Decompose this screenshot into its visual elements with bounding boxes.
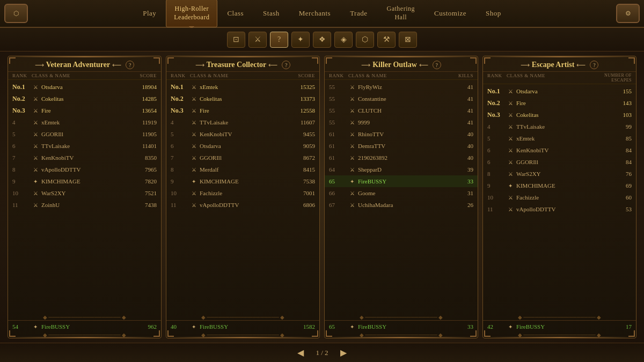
- bottom-separator: ◆ ─────────────────── ◆: [8, 333, 161, 338]
- bottom-rank: 65: [329, 323, 348, 330]
- player-cell: ⚔xEmtek: [507, 135, 594, 142]
- filter-hex[interactable]: ◈: [334, 32, 353, 48]
- treasure-deco-left: ⟶: [195, 61, 204, 69]
- rank: No.2: [487, 99, 507, 107]
- nav-high-roller[interactable]: High-RollerLeaderboard: [166, 0, 217, 27]
- filter-diamond[interactable]: ❖: [313, 32, 331, 48]
- veteran-header: ⟶ Veteran Adventurer ⟵ ?: [8, 56, 161, 72]
- class-icon: ✦: [32, 323, 39, 330]
- table-row: 5 ⚔xEmtek 85: [483, 132, 636, 144]
- player-name: Cokelitas: [200, 95, 222, 102]
- filter-hexagon[interactable]: ⬡: [356, 32, 374, 48]
- player-name: FireBUSSY: [41, 323, 70, 330]
- rank: 9: [12, 178, 32, 184]
- prev-page-button[interactable]: ◀: [294, 346, 307, 359]
- treasure-header: ⟶ Treasure Collector ⟵ ?: [166, 56, 319, 72]
- player-name: FireBUSSY: [200, 323, 228, 330]
- killer-help-icon[interactable]: ?: [433, 61, 441, 69]
- player-name: WarS2XY: [516, 171, 541, 177]
- score: 11919: [125, 119, 157, 125]
- escape-panel: ⟶ Escape Artist ⟵ ? Rank Class & Name Nu…: [482, 56, 636, 338]
- nav-class[interactable]: Class: [217, 0, 253, 27]
- bottom-score: 1582: [283, 323, 315, 330]
- player-name: KenKnobiTV: [200, 131, 232, 137]
- filter-all[interactable]: ⊡: [227, 32, 245, 48]
- page-current: 1: [316, 349, 319, 357]
- rank: No.2: [12, 95, 32, 103]
- rank: 9: [487, 182, 507, 189]
- class-icon: ⚔: [32, 154, 39, 161]
- score: 8672: [283, 154, 315, 161]
- table-row: No.1 ⚔Otsdarva 18904: [8, 81, 161, 93]
- player-name: WarS2XY: [41, 190, 66, 196]
- veteran-deco-left: ⟶: [35, 61, 44, 69]
- player-name: GGORIll: [41, 131, 63, 137]
- filter-tools[interactable]: ⚒: [377, 32, 396, 48]
- nav-left-corner-btn[interactable]: ⬡: [4, 4, 28, 23]
- table-row: 5 ⚔GGORIll 11905: [8, 128, 161, 140]
- score: 53: [594, 206, 632, 212]
- rank: 5: [487, 135, 507, 142]
- filter-box[interactable]: ⊠: [399, 32, 417, 48]
- rank: 55: [329, 84, 348, 90]
- rank: 6: [171, 143, 190, 149]
- player-cell: ⚔2190263892: [348, 154, 452, 161]
- treasure-col-score: Score: [283, 73, 315, 78]
- score: 85: [594, 135, 632, 142]
- treasure-help-icon[interactable]: ?: [282, 61, 290, 69]
- player-name: Merdalf: [200, 166, 218, 173]
- score: 41: [452, 84, 473, 90]
- nav-right-corner-btn[interactable]: ⚙: [616, 4, 640, 23]
- score: 8350: [125, 154, 157, 161]
- player-cell: ⚔UchihaMadara: [348, 201, 452, 209]
- player-cell: ⚔Fachizzle: [190, 189, 283, 197]
- nav-customize[interactable]: Customize: [425, 0, 476, 27]
- filter-star1[interactable]: ✦: [291, 32, 310, 48]
- next-page-button[interactable]: ▶: [337, 346, 350, 359]
- player-cell: ⚔KenKnobiTV: [190, 130, 283, 138]
- page-total: 2: [325, 349, 328, 357]
- player-cell: ⚔CLUTCH: [348, 107, 452, 114]
- score: 76: [594, 171, 632, 177]
- killer-bottom: 65 ✦FireBUSSY 33: [325, 320, 478, 333]
- escape-header: ⟶ Escape Artist ⟵ ?: [483, 56, 636, 72]
- pagination: ◀ 1 / 2 ▶: [0, 343, 644, 362]
- nav-stash[interactable]: Stash: [253, 0, 289, 27]
- table-row: 55 ⚔Constantine 41: [325, 93, 478, 105]
- player-cell: ⚔RhinoTTV: [348, 130, 452, 138]
- class-icon: ⚔: [507, 111, 514, 119]
- veteran-help-icon[interactable]: ?: [126, 61, 134, 69]
- table-row: 67 ⚔UchihaMadara 26: [325, 199, 478, 211]
- table-row: 61 ⚔2190263892 40: [325, 152, 478, 164]
- score: 41: [452, 119, 473, 125]
- class-icon: ⚔: [348, 95, 356, 102]
- player-cell: ⚔GGORIll: [32, 130, 125, 138]
- nav-gathering-hall[interactable]: GatheringHall: [377, 0, 425, 27]
- nav-play[interactable]: Play: [133, 0, 166, 27]
- rank: 8: [171, 166, 190, 173]
- nav-shop[interactable]: Shop: [476, 0, 511, 27]
- veteran-col-player: Class & Name: [32, 73, 125, 78]
- class-icon: ⚔: [190, 154, 197, 161]
- nav-merchants[interactable]: Merchants: [289, 0, 340, 27]
- class-icon: ⚔: [348, 201, 356, 209]
- filter-sword[interactable]: ⚔: [248, 32, 267, 48]
- rank: 7: [171, 154, 190, 161]
- nav-trade[interactable]: Trade: [340, 0, 377, 27]
- class-icon: ⚔: [348, 130, 356, 138]
- player-name: KenKnobiTV: [41, 154, 74, 161]
- rank: 8: [487, 171, 507, 177]
- score: 6806: [283, 202, 315, 208]
- player-cell: ⚔Merdalf: [190, 166, 283, 173]
- class-icon: ✦: [32, 178, 39, 185]
- player-cell: ⚔xEmtek: [190, 83, 283, 91]
- rank: 11: [487, 206, 507, 212]
- main-content: ⟶ Veteran Adventurer ⟵ ? Rank Class & Na…: [0, 51, 644, 343]
- bottom-rank: 40: [171, 323, 190, 330]
- filter-question[interactable]: ?: [270, 32, 288, 48]
- escape-help-icon[interactable]: ?: [590, 61, 598, 69]
- class-icon: ⚔: [348, 189, 356, 197]
- player-name: FireBUSSY: [516, 323, 545, 330]
- score: 12558: [283, 107, 315, 114]
- rank: 55: [329, 107, 348, 114]
